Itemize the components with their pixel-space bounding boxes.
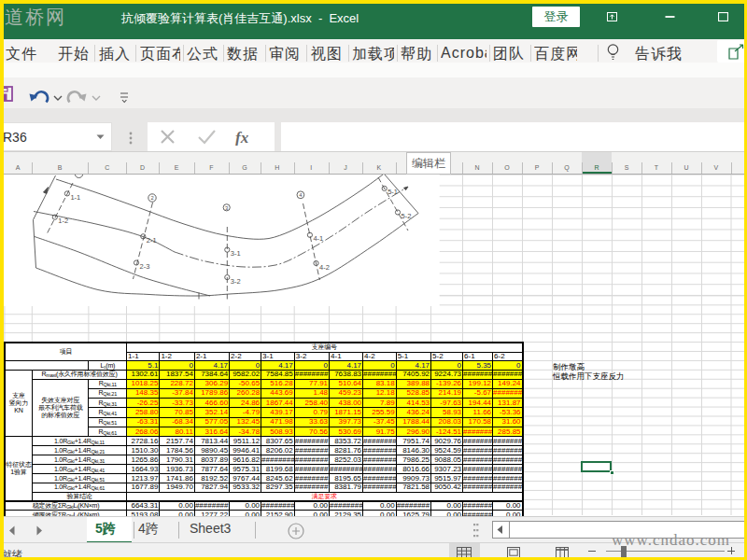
svg-text:4-1: 4-1 bbox=[313, 234, 323, 243]
svg-text:3: 3 bbox=[225, 205, 228, 211]
svg-text:4-2: 4-2 bbox=[319, 263, 330, 272]
svg-text:2-3: 2-3 bbox=[140, 262, 150, 271]
svg-text:3-2: 3-2 bbox=[231, 277, 241, 286]
svg-text:2: 2 bbox=[150, 195, 153, 201]
svg-text:5-2: 5-2 bbox=[402, 212, 412, 220]
svg-text:2-1: 2-1 bbox=[147, 236, 157, 245]
svg-text:3-1: 3-1 bbox=[231, 249, 241, 258]
svg-text:5-1: 5-1 bbox=[388, 188, 398, 196]
svg-text:1-1: 1-1 bbox=[70, 193, 80, 202]
svg-text:1-2: 1-2 bbox=[58, 217, 68, 225]
